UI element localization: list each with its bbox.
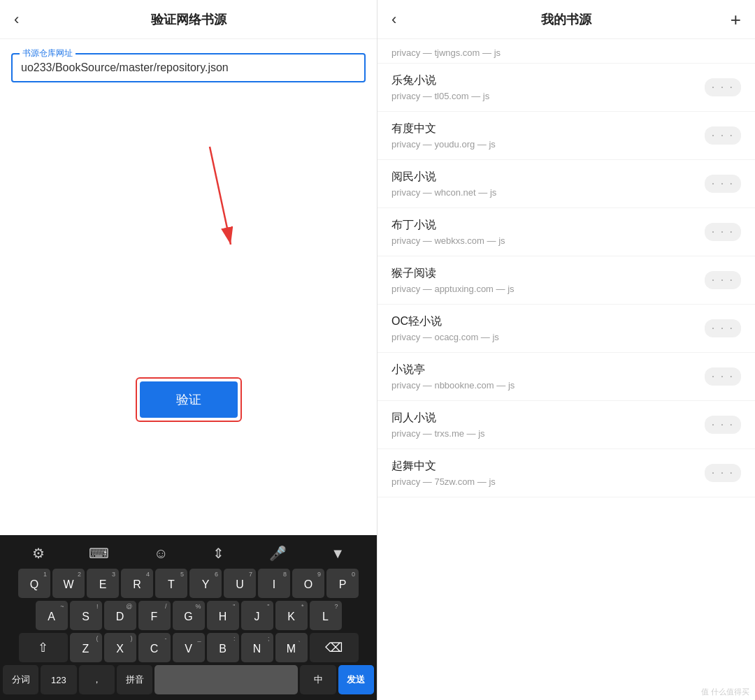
kb-key-a[interactable]: ~A bbox=[36, 601, 68, 630]
partial-book-meta: privacy — tjwngs.com — js bbox=[391, 48, 501, 58]
book-info-6: 小说亭 privacy — nbbookne.com — js bbox=[391, 363, 515, 391]
book-name-7: 同人小说 bbox=[391, 411, 485, 425]
kb-key-e[interactable]: 3E bbox=[87, 569, 119, 598]
kb-settings-icon[interactable]: ⚙ bbox=[32, 545, 45, 562]
kb-send-key[interactable]: 发送 bbox=[338, 665, 374, 694]
book-meta-8: privacy — 75zw.com — js bbox=[391, 476, 496, 487]
kb-key-v[interactable]: _V bbox=[173, 633, 205, 662]
verify-btn-wrapper: 验证 bbox=[136, 377, 242, 422]
right-title: 我的书源 bbox=[541, 11, 591, 28]
right-back-button[interactable]: ‹ bbox=[391, 10, 396, 29]
book-meta-5: privacy — ocacg.com — js bbox=[391, 332, 499, 342]
book-info-3: 布丁小说 privacy — webkxs.com — js bbox=[391, 218, 505, 246]
book-more-1[interactable]: · · · bbox=[705, 126, 741, 145]
kb-key-r[interactable]: 4R bbox=[121, 569, 153, 598]
list-item: 小说亭 privacy — nbbookne.com — js · · · bbox=[378, 353, 755, 401]
kb-key-i[interactable]: 8I bbox=[258, 569, 290, 598]
kb-key-q[interactable]: 1Q bbox=[18, 569, 50, 598]
book-more-0[interactable]: · · · bbox=[705, 78, 741, 96]
kb-key-d[interactable]: @D bbox=[104, 601, 136, 630]
kb-pinyin-key[interactable]: 拼音 bbox=[117, 665, 152, 694]
kb-space-key[interactable] bbox=[154, 665, 298, 694]
list-item: 有度中文 privacy — youdu.org — js · · · bbox=[378, 112, 755, 160]
url-input-group: 书源仓库网址 bbox=[11, 53, 366, 82]
book-list: privacy — tjwngs.com — js 乐兔小说 privacy —… bbox=[378, 39, 755, 700]
book-info-2: 阅民小说 privacy — whcon.net — js bbox=[391, 170, 496, 198]
keyboard-row-1: 1Q 2W 3E 4R 5T 6Y 7U 8I 9O 0P bbox=[3, 569, 374, 598]
keyboard-row-3: ⇧ (Z )X -C _V :B ;N 、M ⌫ bbox=[3, 633, 374, 662]
kb-key-b[interactable]: :B bbox=[207, 633, 239, 662]
kb-hide-icon[interactable]: ▼ bbox=[331, 546, 345, 562]
verify-button[interactable]: 验证 bbox=[140, 381, 238, 418]
kb-key-z[interactable]: (Z bbox=[70, 633, 102, 662]
kb-key-u[interactable]: 7U bbox=[224, 569, 256, 598]
kb-key-y[interactable]: 6Y bbox=[189, 569, 222, 598]
kb-zhong-key[interactable]: 中 bbox=[300, 665, 336, 694]
book-meta-6: privacy — nbbookne.com — js bbox=[391, 380, 515, 391]
kb-cursor-icon[interactable]: ⇕ bbox=[213, 545, 224, 562]
book-name-3: 布丁小说 bbox=[391, 218, 505, 233]
book-info-8: 起舞中文 privacy — 75zw.com — js bbox=[391, 459, 496, 487]
keyboard: ⚙ ⌨ ☺ ⇕ 🎤 ▼ 1Q 2W 3E 4R 5T 6Y 7U 8I 9O 0… bbox=[0, 535, 377, 700]
book-name-6: 小说亭 bbox=[391, 363, 515, 377]
kb-123-key[interactable]: 123 bbox=[41, 665, 76, 694]
left-header: ‹ 验证网络书源 bbox=[0, 0, 377, 39]
kb-key-t[interactable]: 5T bbox=[155, 569, 187, 598]
kb-key-s[interactable]: !S bbox=[70, 601, 102, 630]
kb-key-h[interactable]: "H bbox=[207, 601, 239, 630]
kb-comma-key[interactable]: ， bbox=[79, 665, 115, 694]
right-panel: ‹ 我的书源 + privacy — tjwngs.com — js 乐兔小说 … bbox=[378, 0, 755, 700]
book-more-6[interactable]: · · · bbox=[705, 367, 741, 386]
book-more-4[interactable]: · · · bbox=[705, 271, 741, 289]
add-source-button[interactable]: + bbox=[731, 10, 741, 29]
book-info-4: 猴子阅读 privacy — apptuxing.com — js bbox=[391, 266, 515, 294]
input-label: 书源仓库网址 bbox=[20, 48, 76, 59]
book-name-4: 猴子阅读 bbox=[391, 266, 515, 281]
list-item: 起舞中文 privacy — 75zw.com — js · · · bbox=[378, 449, 755, 497]
book-more-7[interactable]: · · · bbox=[705, 416, 741, 434]
kb-key-w[interactable]: 2W bbox=[52, 569, 85, 598]
book-meta-3: privacy — webkxs.com — js bbox=[391, 235, 505, 246]
keyboard-bottom-row: 分词 123 ， 拼音 中 发送 bbox=[3, 665, 374, 694]
kb-layout-icon[interactable]: ⌨ bbox=[89, 545, 109, 562]
url-input[interactable] bbox=[21, 61, 356, 74]
kb-mic-icon[interactable]: 🎤 bbox=[269, 545, 287, 562]
list-item: 乐兔小说 privacy — tl05.com — js · · · bbox=[378, 64, 755, 112]
list-item: 同人小说 privacy — trxs.me — js · · · bbox=[378, 401, 755, 449]
kb-key-c[interactable]: -C bbox=[138, 633, 171, 662]
list-item: OC轻小说 privacy — ocacg.com — js · · · bbox=[378, 305, 755, 353]
kb-key-p[interactable]: 0P bbox=[326, 569, 359, 598]
kb-key-x[interactable]: )X bbox=[104, 633, 136, 662]
kb-key-j[interactable]: "J bbox=[241, 601, 273, 630]
book-info-1: 有度中文 privacy — youdu.org — js bbox=[391, 122, 496, 150]
book-name-5: OC轻小说 bbox=[391, 314, 499, 329]
verify-area: 验证 bbox=[0, 377, 377, 422]
book-more-5[interactable]: · · · bbox=[705, 319, 741, 337]
kb-key-n[interactable]: ;N bbox=[241, 633, 273, 662]
partial-book-item: privacy — tjwngs.com — js bbox=[378, 39, 755, 64]
kb-key-m[interactable]: 、M bbox=[275, 633, 308, 662]
kb-shift-key[interactable]: ⇧ bbox=[19, 633, 68, 662]
book-meta-7: privacy — trxs.me — js bbox=[391, 428, 485, 439]
list-item: 猴子阅读 privacy — apptuxing.com — js · · · bbox=[378, 256, 755, 305]
left-panel: ‹ 验证网络书源 书源仓库网址 验证 ⚙ ⌨ ☺ ⇕ bbox=[0, 0, 378, 700]
book-more-3[interactable]: · · · bbox=[705, 223, 741, 241]
book-more-2[interactable]: · · · bbox=[705, 175, 741, 193]
kb-key-l[interactable]: ?L bbox=[310, 601, 342, 630]
book-more-8[interactable]: · · · bbox=[705, 464, 741, 482]
book-info-5: OC轻小说 privacy — ocacg.com — js bbox=[391, 314, 499, 342]
kb-fenci-key[interactable]: 分词 bbox=[3, 665, 38, 694]
watermark: 值 什么值得买 bbox=[701, 687, 749, 697]
kb-key-f[interactable]: /F bbox=[138, 601, 171, 630]
kb-key-g[interactable]: %G bbox=[173, 601, 205, 630]
book-meta-1: privacy — youdu.org — js bbox=[391, 139, 496, 150]
book-name-0: 乐兔小说 bbox=[391, 73, 489, 88]
kb-backspace-key[interactable]: ⌫ bbox=[310, 633, 359, 662]
kb-emoji-icon[interactable]: ☺ bbox=[154, 546, 168, 562]
kb-key-o[interactable]: 9O bbox=[292, 569, 324, 598]
book-name-8: 起舞中文 bbox=[391, 459, 496, 474]
book-info-0: 乐兔小说 privacy — tl05.com — js bbox=[391, 73, 489, 101]
kb-key-k[interactable]: *K bbox=[275, 601, 308, 630]
right-header: ‹ 我的书源 + bbox=[378, 0, 755, 39]
left-back-button[interactable]: ‹ bbox=[14, 10, 19, 29]
